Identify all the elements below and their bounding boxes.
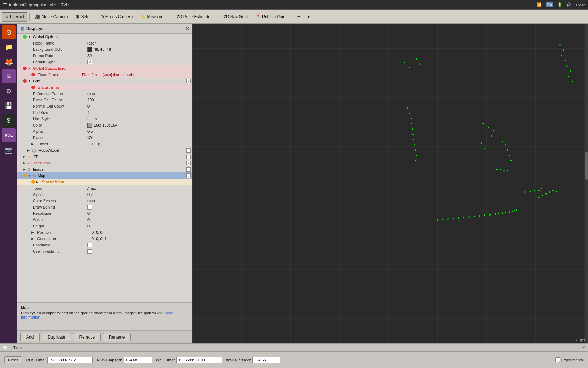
global-options-arrow[interactable]: ▼	[28, 35, 32, 39]
map-status-arrow[interactable]: ▶	[36, 180, 41, 184]
laserscan-row[interactable]: ▶ ● LaserScan	[18, 160, 192, 166]
grid-svg	[192, 24, 588, 343]
grid-status-label: Status: Error	[36, 85, 92, 89]
nav-goal-button[interactable]: → 2D Nav Goal	[215, 12, 251, 22]
unreliable-checkbox[interactable]	[88, 243, 92, 247]
global-options-row[interactable]: ▼ Global Options	[18, 34, 192, 40]
global-status-arrow[interactable]: ▼	[28, 67, 32, 70]
measure-button[interactable]: 📏 Measure	[137, 12, 167, 22]
map-arrow[interactable]: ▼	[28, 174, 32, 177]
status-fixed-value: Fixed Frame [laser] does not exist	[82, 73, 135, 77]
laserscan-checkbox[interactable]	[186, 161, 191, 165]
robot-model-checkbox[interactable]	[186, 148, 191, 153]
tf-checkbox[interactable]	[186, 155, 191, 159]
image-expand[interactable]: ▶	[23, 168, 27, 171]
svg-point-11	[570, 70, 571, 72]
svg-point-22	[415, 149, 416, 151]
viewport[interactable]: 31 fps	[192, 24, 588, 343]
wall-time-input[interactable]	[176, 357, 222, 363]
grid-color-value: 160; 160; 164	[94, 123, 117, 127]
image-checkbox[interactable]	[186, 167, 191, 172]
move-camera-button[interactable]: 🎥 Move Camera	[32, 12, 71, 22]
svg-point-2	[404, 62, 405, 63]
sidebar-firefox[interactable]: 🦊	[2, 55, 16, 69]
laserscan-expand[interactable]: ▶	[23, 161, 27, 165]
svg-point-42	[500, 169, 501, 170]
default-light-row: Default Light	[18, 59, 192, 65]
pose-estimate-button[interactable]: → 2D Pose Estimate	[168, 12, 214, 22]
ros-time-input[interactable]	[47, 357, 93, 363]
tf-row[interactable]: ▶ ⚡ TF	[18, 154, 192, 160]
remove-button[interactable]: Remove	[73, 333, 101, 341]
use-timestamp-checkbox[interactable]	[88, 249, 92, 254]
svg-point-57	[498, 213, 499, 214]
add-toolbar-button[interactable]: +	[294, 12, 303, 22]
sidebar-storage[interactable]: 💾	[2, 99, 16, 113]
tf-expand[interactable]: ▶	[23, 155, 27, 158]
camera-move-icon: 🎥	[35, 14, 40, 19]
svg-rect-1	[192, 24, 588, 343]
tree-panel[interactable]: ▼ Global Options Fixed Frame laser Backg…	[18, 34, 192, 302]
robot-model-row[interactable]: ▶ ▶ 🤖 RobotModel	[18, 147, 192, 154]
svg-point-58	[502, 212, 503, 214]
grid-label: Grid	[32, 79, 186, 83]
ros-elapsed-input[interactable]	[124, 357, 152, 363]
grid-offset-row: ▶ Offset 0; 0; 0	[18, 141, 192, 147]
svg-point-41	[496, 169, 498, 170]
svg-point-47	[447, 218, 449, 220]
svg-point-13	[572, 81, 573, 82]
svg-point-16	[411, 118, 412, 119]
svg-point-51	[468, 216, 470, 218]
reset-button[interactable]: Reset	[4, 356, 22, 363]
position-arrow[interactable]: ▶	[31, 231, 36, 234]
global-status-row[interactable]: ▼ Global Status: Error	[18, 65, 192, 71]
map-alpha-label: Alpha	[31, 192, 88, 197]
publish-point-button[interactable]: 📍 Publish Point	[252, 12, 290, 22]
displays-header: ▣ Displays ✕	[18, 24, 192, 34]
wall-elapsed-input[interactable]	[252, 357, 280, 363]
displays-close-button[interactable]: ✕	[185, 26, 189, 32]
offset-arrow[interactable]: ▶	[31, 142, 36, 146]
sidebar-mail[interactable]: ✉	[2, 69, 16, 83]
toolbar-menu-button[interactable]: ▾	[304, 12, 313, 22]
map-checkbox[interactable]	[186, 173, 191, 178]
focus-camera-button[interactable]: ⊙ Focus Camera	[97, 12, 136, 22]
draw-behind-checkbox[interactable]	[88, 205, 92, 210]
svg-point-38	[534, 190, 536, 191]
grid-arrow[interactable]: ▼	[28, 79, 32, 83]
default-light-checkbox[interactable]	[88, 60, 92, 64]
grid-checkbox[interactable]	[186, 79, 191, 83]
global-status-fixed-row: Fixed Frame Fixed Frame [laser] does not…	[18, 71, 192, 78]
svg-point-61	[512, 211, 513, 212]
laserscan-icon: ●	[27, 161, 29, 165]
timebar: Reset ROS Time: ROS Elapsed: Wall Time: …	[0, 351, 588, 368]
interact-button[interactable]: ↖ Interact	[2, 12, 27, 22]
sidebar-files[interactable]: 📁	[2, 40, 16, 54]
select-button[interactable]: ▣ Select	[72, 12, 96, 22]
map-row[interactable]: ▼ 🗺 Map	[18, 172, 192, 179]
grid-status-row: Status: Error	[18, 84, 192, 90]
grid-row[interactable]: ▼ Grid	[18, 78, 192, 84]
rename-button[interactable]: Rename	[103, 333, 131, 341]
time-label: Time	[13, 346, 22, 350]
sidebar-ubuntu[interactable]: ⊙	[2, 25, 16, 39]
normal-cell-count-row: Normal Cell Count 0	[18, 103, 192, 109]
orientation-arrow[interactable]: ▶	[31, 237, 36, 240]
sidebar-settings[interactable]: ⚙	[2, 84, 16, 98]
sidebar: ⊙ 📁 🦊 ✉ ⚙ 💾 $ RViz 📷	[0, 24, 18, 343]
color-scheme-row: Color Scheme map	[18, 198, 192, 204]
svg-point-37	[530, 191, 531, 192]
viewport-scrollbar[interactable]	[585, 24, 588, 343]
viewport-scrollbar-thumb[interactable]	[585, 152, 588, 180]
duplicate-button[interactable]: Duplicate	[42, 333, 71, 341]
sidebar-rviz[interactable]: RViz	[2, 128, 16, 142]
robot-model-arrow[interactable]: ▶	[23, 149, 27, 152]
robot-model-icon: 🤖	[31, 148, 36, 153]
tf-icon: ⚡	[27, 155, 31, 159]
experimental-checkbox[interactable]	[555, 357, 560, 362]
image-row[interactable]: ▶ 🖼 Image	[18, 166, 192, 172]
sidebar-camera[interactable]: 📷	[2, 143, 16, 157]
add-button[interactable]: Add	[20, 333, 40, 341]
sidebar-terminal[interactable]: $	[2, 114, 16, 128]
robot-model-expand[interactable]: ▶	[27, 149, 31, 152]
